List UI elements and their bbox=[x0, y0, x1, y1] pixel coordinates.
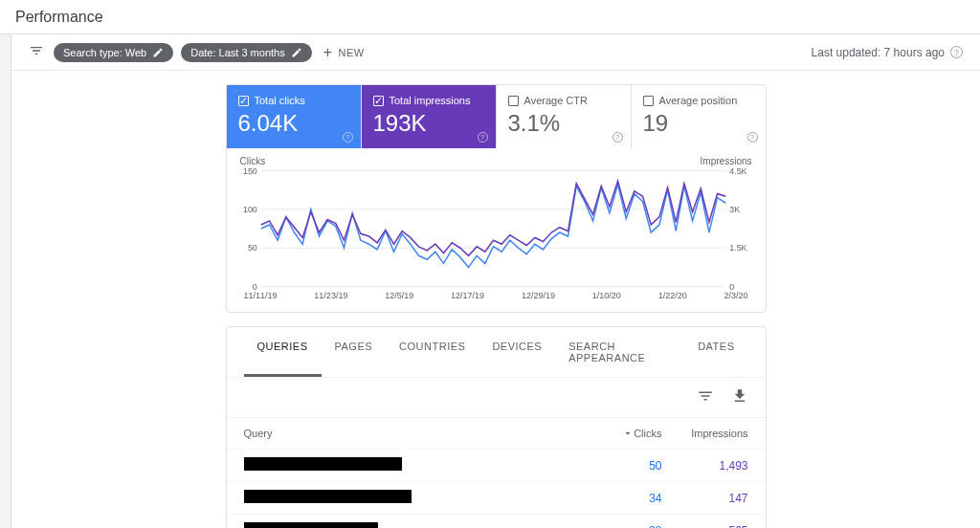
column-label: Clicks bbox=[634, 428, 661, 439]
metric-label: Average CTR bbox=[524, 95, 588, 106]
metric-label: Total impressions bbox=[390, 95, 471, 106]
filter-bar: Search type: Web Date: Last 3 months + N… bbox=[11, 34, 980, 71]
sidebar-collapsed[interactable] bbox=[0, 34, 11, 528]
x-tick-label: 2/3/20 bbox=[724, 291, 747, 300]
metric-average-position[interactable]: Average position 19 ? bbox=[632, 85, 766, 148]
checkbox-icon bbox=[508, 96, 519, 106]
checkbox-icon: ✓ bbox=[373, 96, 384, 106]
help-icon[interactable]: ? bbox=[950, 46, 963, 58]
x-tick-label: 1/10/20 bbox=[592, 291, 621, 300]
column-header-impressions[interactable]: Impressions bbox=[662, 428, 748, 439]
tab-search-appearance[interactable]: SEARCH APPEARANCE bbox=[555, 327, 684, 377]
metric-value: 19 bbox=[643, 110, 754, 137]
cell-clicks: 34 bbox=[586, 492, 662, 505]
metric-value: 3.1% bbox=[508, 110, 619, 137]
x-tick-label: 1/22/20 bbox=[658, 291, 687, 300]
x-tick-label: 11/23/19 bbox=[314, 291, 347, 300]
cell-impressions: 565 bbox=[662, 524, 748, 529]
table-filter-icon[interactable] bbox=[697, 387, 714, 407]
tab-pages[interactable]: PAGES bbox=[322, 327, 387, 377]
table-row[interactable]: 501,493 bbox=[227, 449, 766, 481]
chart-area: Clicks Impressions 00501.5K1003K1504.5K … bbox=[227, 148, 766, 312]
pencil-icon bbox=[291, 47, 302, 58]
svg-text:100: 100 bbox=[242, 205, 256, 214]
svg-text:3K: 3K bbox=[729, 205, 741, 214]
cell-clicks: 50 bbox=[586, 459, 662, 473]
table-tabs: QUERIESPAGESCOUNTRIESDEVICESSEARCH APPEA… bbox=[227, 327, 766, 377]
svg-text:50: 50 bbox=[247, 243, 256, 253]
redacted-query bbox=[244, 457, 402, 471]
x-tick-label: 12/5/19 bbox=[385, 291, 413, 300]
metric-average-ctr[interactable]: Average CTR 3.1% ? bbox=[497, 85, 632, 148]
filter-chip-label: Date: Last 3 months bbox=[190, 47, 284, 58]
plus-icon: + bbox=[323, 45, 333, 60]
download-icon[interactable] bbox=[731, 387, 748, 407]
tab-queries[interactable]: QUERIES bbox=[244, 327, 322, 377]
page-header: Performance bbox=[0, 0, 980, 34]
page-title: Performance bbox=[15, 9, 103, 26]
sort-desc-icon bbox=[622, 428, 634, 439]
svg-text:0: 0 bbox=[729, 282, 734, 291]
x-tick-label: 11/11/19 bbox=[244, 291, 278, 300]
last-updated: Last updated: 7 hours ago ? bbox=[812, 46, 963, 59]
y-axis-right-label: Impressions bbox=[701, 156, 752, 166]
metric-value: 193K bbox=[373, 110, 484, 137]
checkbox-icon: ✓ bbox=[238, 96, 249, 106]
cell-clicks: 28 bbox=[586, 524, 662, 529]
y-axis-left-label: Clicks bbox=[240, 156, 266, 166]
column-header-query[interactable]: Query bbox=[244, 428, 586, 439]
tab-countries[interactable]: COUNTRIES bbox=[386, 327, 479, 377]
svg-text:150: 150 bbox=[242, 166, 256, 176]
help-icon[interactable]: ? bbox=[612, 132, 623, 143]
cell-impressions: 147 bbox=[662, 492, 748, 505]
table-row[interactable]: 28565 bbox=[227, 514, 766, 528]
filter-chip-date[interactable]: Date: Last 3 months bbox=[181, 43, 311, 62]
metric-total-clicks[interactable]: ✓Total clicks 6.04K ? bbox=[227, 85, 362, 148]
filter-icon[interactable] bbox=[29, 43, 44, 61]
metric-label: Average position bbox=[659, 95, 738, 106]
x-tick-label: 12/29/19 bbox=[522, 291, 555, 300]
svg-text:1.5K: 1.5K bbox=[729, 243, 747, 253]
metric-label: Total clicks bbox=[255, 95, 305, 106]
pencil-icon bbox=[152, 47, 164, 58]
svg-text:0: 0 bbox=[252, 282, 256, 291]
redacted-query bbox=[244, 522, 378, 528]
table-row[interactable]: 34147 bbox=[227, 481, 766, 514]
tab-dates[interactable]: DATES bbox=[684, 327, 747, 377]
line-chart: 00501.5K1003K1504.5K bbox=[240, 166, 752, 291]
checkbox-icon bbox=[643, 96, 654, 106]
new-filter-button[interactable]: + NEW bbox=[323, 45, 365, 60]
last-updated-text: Last updated: 7 hours ago bbox=[812, 46, 945, 59]
metrics-card: ✓Total clicks 6.04K ? ✓Total impressions… bbox=[226, 84, 767, 313]
metric-total-impressions[interactable]: ✓Total impressions 193K ? bbox=[362, 85, 497, 148]
tab-devices[interactable]: DEVICES bbox=[479, 327, 555, 377]
filter-chip-search-type[interactable]: Search type: Web bbox=[54, 43, 173, 62]
table-body: 501,4933414728565 bbox=[227, 449, 766, 528]
column-header-clicks[interactable]: Clicks bbox=[586, 428, 662, 439]
x-tick-label: 12/17/19 bbox=[451, 291, 484, 300]
metric-value: 6.04K bbox=[238, 110, 349, 137]
table-card: QUERIESPAGESCOUNTRIESDEVICESSEARCH APPEA… bbox=[226, 326, 767, 528]
x-axis-labels: 11/11/1911/23/1912/5/1912/17/1912/29/191… bbox=[240, 291, 752, 300]
filter-chip-label: Search type: Web bbox=[63, 47, 146, 58]
help-icon[interactable]: ? bbox=[747, 132, 758, 143]
help-icon[interactable]: ? bbox=[343, 132, 353, 143]
cell-impressions: 1,493 bbox=[662, 459, 748, 473]
help-icon[interactable]: ? bbox=[478, 132, 488, 143]
svg-text:4.5K: 4.5K bbox=[729, 166, 747, 176]
new-filter-label: NEW bbox=[339, 47, 365, 58]
redacted-query bbox=[244, 490, 412, 503]
